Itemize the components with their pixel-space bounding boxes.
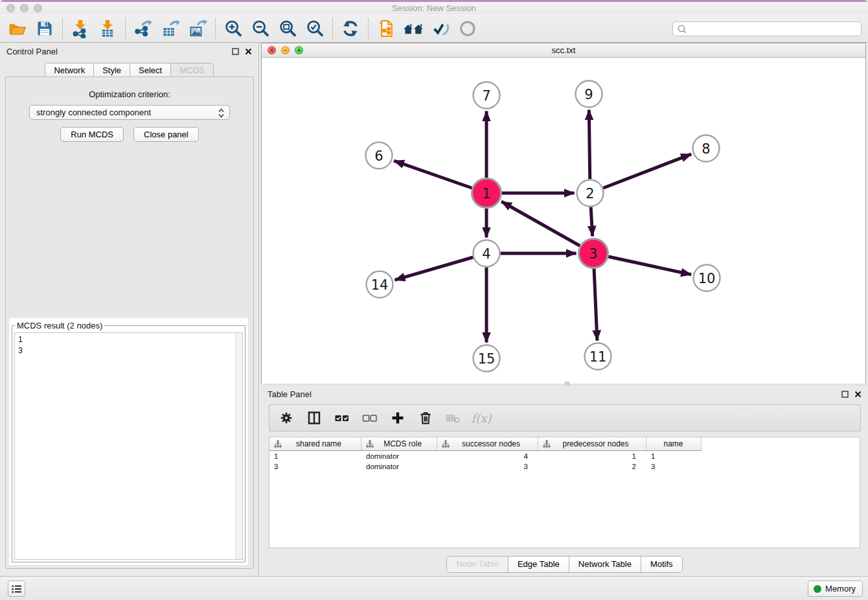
close-network-icon[interactable]: × xyxy=(268,46,276,54)
table-cell[interactable]: 2 xyxy=(538,463,646,470)
tree-icon xyxy=(274,440,282,448)
graph-node-label: 8 xyxy=(702,141,710,157)
graph-node-3[interactable]: 3 xyxy=(579,239,608,268)
graph-node-7[interactable]: 7 xyxy=(474,82,500,109)
graph-edge-3-1[interactable] xyxy=(501,202,580,246)
table-cell[interactable]: dominator xyxy=(361,463,437,470)
graph-node-11[interactable]: 11 xyxy=(585,343,611,370)
graph-node-15[interactable]: 15 xyxy=(474,345,500,372)
open-session-button[interactable] xyxy=(4,16,31,41)
graph-node-1[interactable]: 1 xyxy=(472,179,501,208)
import-network-button[interactable] xyxy=(67,16,94,41)
zoom-selected-button[interactable] xyxy=(301,16,328,41)
graph-edge-2-9[interactable] xyxy=(589,110,589,179)
column-header-name[interactable]: name xyxy=(646,437,702,450)
graph-node-8[interactable]: 8 xyxy=(693,135,720,162)
new-network-from-selection-button[interactable] xyxy=(372,16,400,41)
tab-style[interactable]: Style xyxy=(94,63,130,77)
tab-node-table[interactable]: Node Table xyxy=(447,557,508,572)
close-panel-icon[interactable] xyxy=(854,391,862,398)
zoom-fit-button[interactable] xyxy=(274,16,301,41)
graph-node-9[interactable]: 9 xyxy=(576,81,602,108)
tab-select[interactable]: Select xyxy=(130,63,171,77)
table-settings-button[interactable] xyxy=(277,408,295,428)
run-mcds-button[interactable]: Run MCDS xyxy=(60,127,124,142)
table-row[interactable]: 3dominator323 xyxy=(269,461,860,472)
mcds-result-list[interactable]: 1 3 xyxy=(14,332,243,560)
save-session-button[interactable] xyxy=(31,16,58,41)
graph-edge-3-11[interactable] xyxy=(594,268,597,340)
memory-button[interactable]: Memory xyxy=(808,581,863,597)
table-cell[interactable]: 3 xyxy=(437,463,538,470)
graph-edge-2-3[interactable] xyxy=(591,207,592,236)
result-scrollbar[interactable] xyxy=(235,333,242,559)
close-panel-button[interactable]: Close panel xyxy=(133,127,199,142)
table-cell[interactable]: 1 xyxy=(269,452,361,460)
network-window-titlebar[interactable]: × − + scc.txt xyxy=(262,43,865,58)
maximize-network-icon[interactable]: + xyxy=(295,46,303,54)
tab-edge-table[interactable]: Edge Table xyxy=(508,557,569,572)
table-cell[interactable]: 1 xyxy=(538,452,646,460)
graph-node-label: 14 xyxy=(371,277,389,293)
minimize-network-icon[interactable]: − xyxy=(281,46,290,54)
export-table-button[interactable] xyxy=(157,16,184,41)
birds-eye-view-button[interactable] xyxy=(454,16,481,41)
tab-motifs[interactable]: Motifs xyxy=(641,557,682,572)
float-panel-icon[interactable] xyxy=(841,391,849,398)
criterion-select[interactable]: strongly connected component xyxy=(29,105,230,120)
zoom-selected-icon xyxy=(305,19,325,38)
show-graphics-details-button[interactable] xyxy=(427,16,454,41)
column-header-predecessor-nodes[interactable]: predecessor nodes xyxy=(538,437,646,450)
column-header-shared-name[interactable]: shared name xyxy=(269,437,361,450)
graph-edge-4-14[interactable] xyxy=(395,257,474,280)
apply-layout-button[interactable] xyxy=(337,16,364,41)
graph-edge-3-10[interactable] xyxy=(608,257,691,275)
zoom-in-button[interactable] xyxy=(220,16,247,41)
select-all-rows-button[interactable] xyxy=(333,408,351,428)
deselect-all-rows-button[interactable] xyxy=(361,408,379,428)
status-bar: Memory xyxy=(0,576,868,600)
table-cell[interactable]: 3 xyxy=(646,463,702,470)
minimize-window-icon[interactable] xyxy=(20,4,29,12)
node-table: shared name MCDS role successor nodes pr… xyxy=(269,437,860,548)
zoom-out-button[interactable] xyxy=(247,16,274,41)
tab-mcds[interactable]: MCDS xyxy=(171,63,213,77)
import-table-button[interactable] xyxy=(94,16,121,41)
close-panel-icon[interactable] xyxy=(245,48,252,55)
tab-network[interactable]: Network xyxy=(45,63,94,77)
graph-node-2[interactable]: 2 xyxy=(577,180,604,207)
network-canvas[interactable]: 1234678910111415 xyxy=(262,58,865,384)
toolbar-separator xyxy=(332,18,333,39)
column-header-mcds-role[interactable]: MCDS role xyxy=(361,437,437,450)
graph-node-10[interactable]: 10 xyxy=(694,265,720,292)
maximize-window-icon[interactable] xyxy=(34,4,42,12)
show-panels-button[interactable] xyxy=(8,581,25,597)
graph-node-6[interactable]: 6 xyxy=(366,143,393,169)
export-image-button[interactable] xyxy=(184,16,211,41)
export-image-icon xyxy=(188,19,207,38)
graph-node-4[interactable]: 4 xyxy=(474,240,500,267)
table-cell[interactable]: 3 xyxy=(269,463,361,470)
mcds-result-fieldset: MCDS result (2 nodes) 1 3 xyxy=(12,321,246,562)
graph-edge-1-6[interactable] xyxy=(394,161,472,188)
float-panel-icon[interactable] xyxy=(232,48,239,55)
table-cell[interactable]: 1 xyxy=(646,452,702,460)
graph-node-14[interactable]: 14 xyxy=(367,271,393,298)
export-network-button[interactable] xyxy=(130,16,157,41)
search-input[interactable] xyxy=(691,25,857,34)
delete-column-button[interactable] xyxy=(417,408,435,428)
table-cell[interactable]: 4 xyxy=(437,452,538,460)
show-column-panel-button[interactable] xyxy=(305,408,323,428)
column-header-successor-nodes[interactable]: successor nodes xyxy=(437,437,538,450)
show-all-networks-button[interactable] xyxy=(400,16,427,41)
table-cell[interactable]: dominator xyxy=(361,452,437,460)
network-document-icon xyxy=(376,19,396,38)
close-window-icon[interactable] xyxy=(6,4,15,12)
table-row[interactable]: 1dominator411 xyxy=(269,451,860,461)
refresh-icon xyxy=(341,19,360,38)
create-column-button[interactable] xyxy=(389,408,407,428)
tab-network-table[interactable]: Network Table xyxy=(569,557,641,572)
graph-edge-2-8[interactable] xyxy=(603,154,691,188)
memory-status-icon xyxy=(814,585,821,593)
titlebar: Session: New Session xyxy=(0,2,868,14)
